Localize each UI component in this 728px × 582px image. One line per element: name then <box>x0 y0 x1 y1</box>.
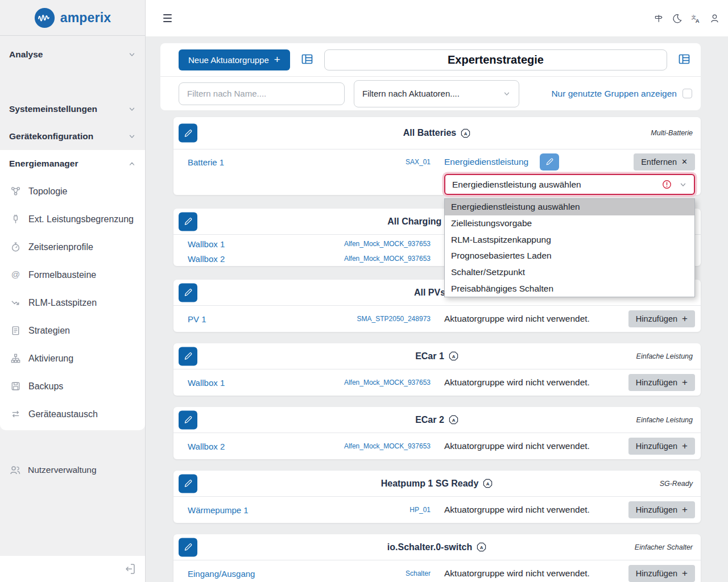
strategy-list-view-button[interactable] <box>676 52 692 67</box>
sidebar-item-aktivierung[interactable]: Aktivierung <box>0 344 145 372</box>
sidebar-item-nutzerverwaltung[interactable]: Nutzerverwaltung <box>0 456 145 484</box>
floppy-icon <box>10 381 21 392</box>
sidebar-item-formelbausteine[interactable]: @ Formelbausteine <box>0 261 145 289</box>
group-type-label: Multi-Batterie <box>651 129 693 137</box>
filter-name-input[interactable] <box>179 82 345 105</box>
hamburger-menu-icon[interactable] <box>163 14 172 22</box>
edit-group-button[interactable] <box>179 538 197 556</box>
dropdown-option[interactable]: Schalter/Setzpunkt <box>445 264 694 281</box>
sidebar-item-backups[interactable]: Backups <box>0 372 145 400</box>
hierarchy-icon <box>10 353 21 364</box>
edit-group-button[interactable] <box>179 283 197 302</box>
add-label: Hinzufügen <box>636 505 677 514</box>
plus-icon: + <box>682 440 688 452</box>
main-content: Neue Aktuatorgruppe + Filtern nach Aktua… <box>146 36 728 582</box>
auto-badge-icon <box>476 542 487 552</box>
trend-icon <box>10 297 21 309</box>
sidebar-item-analyse[interactable]: Analyse <box>0 41 145 68</box>
sidebar-nav: Analyse Systemeinstellungen Gerätekonfig… <box>0 41 145 484</box>
group-type-label: Einfache Leistung <box>636 416 693 424</box>
sidebar-item-geraetekonfiguration[interactable]: Gerätekonfiguration <box>0 123 145 150</box>
group-list-view-button[interactable] <box>299 52 315 67</box>
close-icon: ✕ <box>681 157 688 166</box>
svg-text:@: @ <box>11 269 19 279</box>
sidebar-item-rlm-lastspitzen[interactable]: RLM-Lastspitzen <box>0 289 145 317</box>
sidebar-item-zeitserienprofile[interactable]: Zeitserienprofile <box>0 233 145 261</box>
svg-text:A: A <box>696 17 700 23</box>
pencil-icon <box>545 157 555 167</box>
add-label: Hinzufügen <box>636 378 677 387</box>
chevron-down-icon <box>503 90 511 98</box>
new-actuator-group-button[interactable]: Neue Aktuatorgruppe + <box>179 49 290 70</box>
filter-actuators-select[interactable]: Filtern nach Aktuatoren.... <box>354 80 519 107</box>
table-icon <box>677 52 692 66</box>
energiemanager-section: Energiemanager Topologie Ext. Leistungsb… <box>0 150 145 430</box>
pencil-icon <box>183 351 193 361</box>
auto-badge-icon <box>448 351 459 361</box>
strategy-name-input[interactable] <box>324 49 667 70</box>
filter-actuators-label: Filtern nach Aktuatoren.... <box>362 89 460 98</box>
translate-icon[interactable]: 文 A <box>690 13 701 24</box>
sidebar-item-label: Ext. Leistungsbegrenzung <box>28 214 134 225</box>
sidebar-item-energiemanager[interactable]: Energiemanager <box>0 150 145 177</box>
app-logo[interactable]: amperix <box>0 0 145 36</box>
add-button[interactable]: Hinzufügen + <box>628 501 695 518</box>
remove-button[interactable]: Entfernen ✕ <box>634 153 695 171</box>
energy-service-label: Energiedienstleistung <box>444 157 528 167</box>
edit-group-button[interactable] <box>179 410 197 429</box>
sidebar-item-topologie[interactable]: Topologie <box>0 177 145 205</box>
add-button[interactable]: Hinzufügen + <box>628 565 695 582</box>
group-not-used-status: Aktuatorgruppe wird nicht verwendet. <box>444 314 590 324</box>
group-not-used-status: Aktuatorgruppe wird nicht verwendet. <box>444 568 590 579</box>
sidebar-item-systemeinstellungen[interactable]: Systemeinstellungen <box>0 95 145 123</box>
dropdown-option[interactable]: Prognosebasiertes Laden <box>445 248 694 264</box>
auto-badge-icon <box>482 478 493 489</box>
power-limit-icon <box>10 214 21 225</box>
show-used-groups-label[interactable]: Nur genutzte Gruppen anzeigen <box>551 89 677 99</box>
sidebar-item-label: Gerätekonfiguration <box>9 131 93 142</box>
sidebar-item-label: Analyse <box>9 49 43 60</box>
dropdown-option[interactable]: Preisabhängiges Schalten <box>445 280 694 297</box>
actuator-group-card-all-batteries: All Batteries Multi-Batterie Batterie 1 … <box>173 117 701 195</box>
sidebar-item-label: Systemeinstellungen <box>9 104 97 114</box>
sidebar: amperix Analyse Systemeinstellungen Gerä… <box>0 0 146 582</box>
card-title: ECar 1 <box>415 351 444 361</box>
plus-icon: + <box>682 568 688 579</box>
dropdown-option[interactable]: RLM-Lastspitzenkappung <box>445 231 694 248</box>
sidebar-item-strategien[interactable]: Strategien <box>0 317 145 344</box>
dropdown-option[interactable]: Zielleistungsvorgabe <box>445 215 694 232</box>
device-id: Alfen_Mock_MOCK_937653 <box>173 379 431 386</box>
group-type-label: SG-Ready <box>660 480 693 488</box>
show-used-groups-checkbox[interactable] <box>682 89 692 98</box>
remove-label: Entfernen <box>641 157 677 167</box>
collapse-sidebar-icon[interactable] <box>123 562 136 576</box>
edit-group-button[interactable] <box>179 212 197 231</box>
add-button[interactable]: Hinzufügen + <box>628 374 695 391</box>
auto-badge-icon <box>460 128 471 139</box>
edit-service-button[interactable] <box>540 153 559 171</box>
dropdown-option[interactable]: Energiedienstleistung auswählen <box>445 199 694 215</box>
pencil-icon <box>183 415 193 425</box>
group-not-used-status: Aktuatorgruppe wird nicht verwendet. <box>444 505 590 515</box>
edit-group-button[interactable] <box>179 347 197 365</box>
add-button[interactable]: Hinzufügen + <box>628 310 695 327</box>
edit-group-button[interactable] <box>179 124 197 143</box>
signpost-icon[interactable] <box>653 13 664 24</box>
user-icon[interactable] <box>709 13 720 24</box>
topology-icon <box>10 186 21 197</box>
sidebar-item-geraeteaustausch[interactable]: Geräteaustausch <box>0 400 145 428</box>
topbar: 文 A <box>146 0 728 36</box>
add-button[interactable]: Hinzufügen + <box>628 438 695 455</box>
sidebar-footer <box>0 556 145 582</box>
actuator-group-card-ecar-2: ECar 2 Einfache Leistung Wallbox 2 Alfen… <box>173 407 701 459</box>
sidebar-item-ext-leistungsbegrenzung[interactable]: Ext. Leistungsbegrenzung <box>0 205 145 233</box>
edit-group-button[interactable] <box>179 474 197 493</box>
add-label: Hinzufügen <box>636 569 677 578</box>
moon-icon[interactable] <box>672 13 682 24</box>
plus-icon: + <box>682 504 688 516</box>
group-type-label: Einfache Leistung <box>636 352 693 360</box>
swap-icon <box>10 409 21 420</box>
topbar-icons: 文 A <box>653 13 720 24</box>
sidebar-item-label: Geräteaustausch <box>28 409 98 419</box>
energy-service-select[interactable]: Energiedienstleistung auswählen <box>444 174 695 195</box>
